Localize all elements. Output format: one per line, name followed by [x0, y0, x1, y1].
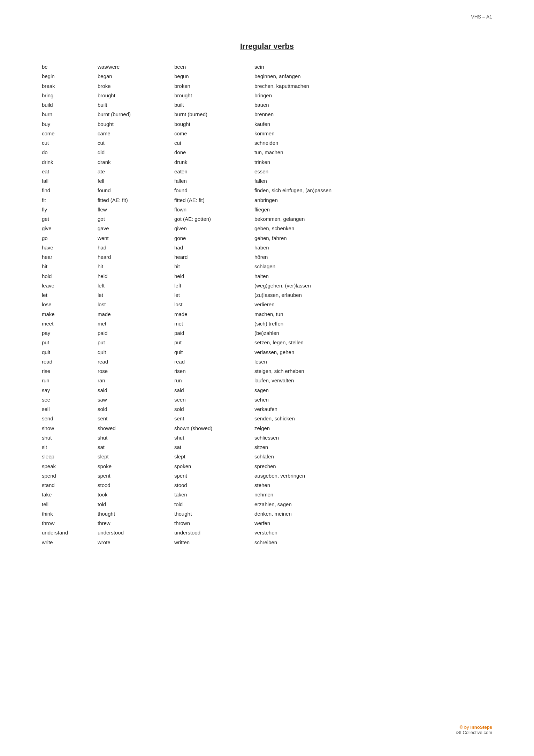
- table-row: beginbeganbegunbeginnen, anfangen: [42, 72, 492, 81]
- verb-cell: sit: [42, 442, 98, 452]
- verb-cell: (be)zahlen: [254, 328, 492, 338]
- verb-cell: heard: [98, 252, 174, 262]
- page: VHS – A1 Irregular verbs bewas/werebeens…: [0, 0, 534, 756]
- table-row: meetmetmet(sich) treffen: [42, 319, 492, 328]
- verb-cell: schliessen: [254, 433, 492, 442]
- verb-cell: built: [174, 100, 254, 110]
- table-row: telltoldtolderzählen, sagen: [42, 500, 492, 509]
- verb-cell: sleep: [42, 452, 98, 461]
- verb-cell: begin: [42, 72, 98, 81]
- verb-cell: verlieren: [254, 300, 492, 309]
- verb-cell: pay: [42, 328, 98, 338]
- verb-cell: threw: [98, 518, 174, 528]
- footer: © by InnoSteps iSLCollective.com: [456, 725, 492, 735]
- verb-cell: wrote: [98, 538, 174, 547]
- verb-cell: senden, schicken: [254, 414, 492, 423]
- verb-cell: said: [174, 386, 254, 395]
- table-row: letletlet(zu)lassen, erlauben: [42, 290, 492, 300]
- table-row: quitquitquitverlassen, gehen: [42, 347, 492, 357]
- table-row: hithithitschlagen: [42, 262, 492, 271]
- verb-cell: trinken: [254, 157, 492, 167]
- table-row: standstoodstoodstehen: [42, 480, 492, 490]
- verb-cell: put: [42, 338, 98, 347]
- verb-cell: brought: [174, 91, 254, 100]
- table-row: readreadreadlesen: [42, 357, 492, 366]
- verb-cell: read: [98, 357, 174, 366]
- verb-cell: do: [42, 148, 98, 157]
- verb-cell: fallen: [174, 176, 254, 186]
- table-row: buildbuiltbuiltbauen: [42, 100, 492, 110]
- footer-site: iSLCollective.com: [456, 730, 492, 735]
- verb-cell: put: [174, 338, 254, 347]
- verb-cell: made: [98, 309, 174, 319]
- verb-cell: break: [42, 81, 98, 91]
- verb-cell: rise: [42, 366, 98, 376]
- table-row: drinkdrankdrunktrinken: [42, 157, 492, 167]
- verb-cell: let: [42, 290, 98, 300]
- verb-cell: saw: [98, 395, 174, 404]
- verb-cell: halten: [254, 271, 492, 281]
- verb-cell: shut: [98, 433, 174, 442]
- verb-cell: brechen, kaputtmachen: [254, 81, 492, 91]
- verb-cell: left: [174, 281, 254, 290]
- verb-cell: got: [98, 214, 174, 224]
- verb-cell: went: [98, 233, 174, 243]
- verb-cell: given: [174, 224, 254, 233]
- verb-cell: stand: [42, 480, 98, 490]
- verb-cell: let: [98, 290, 174, 300]
- verb-cell: have: [42, 243, 98, 252]
- verb-cell: fly: [42, 205, 98, 214]
- verb-cell: burnt (burned): [174, 110, 254, 119]
- table-row: comecamecomekommen: [42, 129, 492, 138]
- verb-cell: hit: [174, 262, 254, 271]
- verb-cell: (sich) treffen: [254, 319, 492, 328]
- verb-cell: fall: [42, 176, 98, 186]
- verb-cell: held: [174, 271, 254, 281]
- table-row: seesawseensehen: [42, 395, 492, 404]
- verb-cell: come: [42, 129, 98, 138]
- verb-cell: made: [174, 309, 254, 319]
- verb-cell: written: [174, 538, 254, 547]
- verb-cell: bought: [98, 119, 174, 129]
- verb-cell: quit: [174, 347, 254, 357]
- verb-cell: built: [98, 100, 174, 110]
- verb-cell: found: [98, 186, 174, 195]
- table-row: taketooktakennehmen: [42, 490, 492, 499]
- table-row: riseroserisensteigen, sich erheben: [42, 366, 492, 376]
- verb-cell: ate: [98, 167, 174, 176]
- table-row: sitsatsatsitzen: [42, 442, 492, 452]
- verb-cell: begun: [174, 72, 254, 81]
- verb-cell: bought: [174, 119, 254, 129]
- table-row: understandunderstoodunderstoodverstehen: [42, 528, 492, 537]
- verb-cell: heard: [174, 252, 254, 262]
- verb-cell: laufen, verwalten: [254, 376, 492, 385]
- table-row: bringbroughtbroughtbringen: [42, 91, 492, 100]
- verb-cell: lesen: [254, 357, 492, 366]
- verb-cell: shut: [42, 433, 98, 442]
- verb-cell: told: [174, 500, 254, 509]
- verb-cell: done: [174, 148, 254, 157]
- verb-cell: lost: [98, 300, 174, 309]
- verb-cell: leave: [42, 281, 98, 290]
- verb-cell: sent: [98, 414, 174, 423]
- verb-cell: spend: [42, 471, 98, 480]
- table-row: leaveleftleft(weg)gehen, (ver)lassen: [42, 281, 492, 290]
- table-row: holdheldheldhalten: [42, 271, 492, 281]
- verb-cell: (weg)gehen, (ver)lassen: [254, 281, 492, 290]
- verb-cell: rose: [98, 366, 174, 376]
- verb-cell: nehmen: [254, 490, 492, 499]
- verb-cell: understand: [42, 528, 98, 537]
- table-row: writewrotewrittenschreiben: [42, 538, 492, 547]
- verb-cell: paid: [98, 328, 174, 338]
- table-row: flyflewflownfliegen: [42, 205, 492, 214]
- verb-cell: sat: [174, 442, 254, 452]
- verb-cell: shut: [174, 433, 254, 442]
- verb-cell: seen: [174, 395, 254, 404]
- verb-cell: run: [42, 376, 98, 385]
- verb-cell: see: [42, 395, 98, 404]
- verb-cell: finden, sich einfügen, (an)passen: [254, 186, 492, 195]
- verb-cell: burn: [42, 110, 98, 119]
- verb-cell: paid: [174, 328, 254, 338]
- verb-cell: sent: [174, 414, 254, 423]
- verb-cell: schreiben: [254, 538, 492, 547]
